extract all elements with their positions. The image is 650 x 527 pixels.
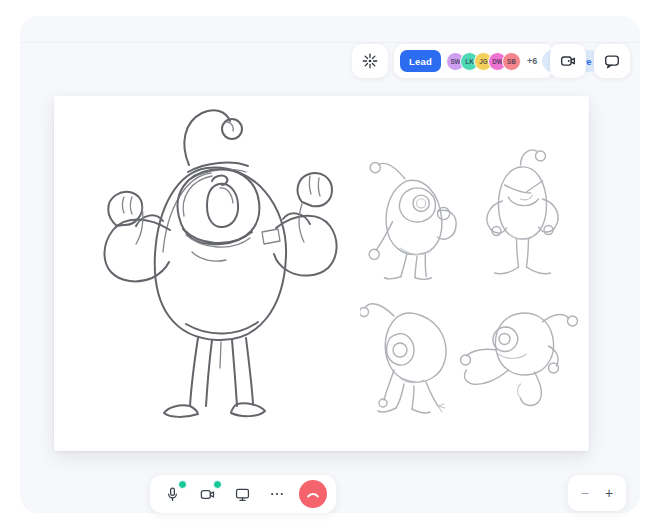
mic-active-dot bbox=[178, 480, 187, 489]
microphone-icon bbox=[164, 486, 181, 503]
camera-icon bbox=[199, 486, 216, 503]
more-options-button[interactable] bbox=[264, 481, 290, 507]
chat-panel-button[interactable] bbox=[594, 44, 630, 78]
monitor-icon bbox=[234, 486, 251, 503]
avatar[interactable]: SB bbox=[502, 52, 521, 71]
avatar-overflow-count[interactable]: +6 bbox=[527, 56, 537, 66]
screen-share-button[interactable] bbox=[229, 481, 255, 507]
sketch-main-character-flexing[interactable] bbox=[80, 102, 340, 432]
sketch-pose-running[interactable] bbox=[456, 294, 582, 414]
end-call-button[interactable] bbox=[299, 480, 327, 508]
video-camera-icon bbox=[559, 52, 577, 70]
top-divider bbox=[20, 42, 640, 43]
burst-icon bbox=[361, 52, 379, 70]
zoom-controls: − + bbox=[568, 475, 626, 511]
hang-up-icon bbox=[305, 486, 321, 502]
collaboration-panel: Lead SW LK JG DW SB +6 Share bbox=[394, 44, 554, 78]
more-options-icon bbox=[269, 486, 285, 502]
sketch-pose-bent-over[interactable] bbox=[360, 290, 468, 418]
zoom-in-button[interactable]: + bbox=[605, 486, 613, 500]
camera-button[interactable] bbox=[194, 481, 220, 507]
zoom-out-button[interactable]: − bbox=[581, 486, 589, 500]
sketch-pose-hands-on-hips[interactable] bbox=[470, 143, 576, 283]
lead-button[interactable]: Lead bbox=[400, 50, 441, 72]
whiteboard-canvas[interactable] bbox=[54, 96, 589, 451]
call-control-bar bbox=[150, 475, 336, 513]
avatar-stack: SW LK JG DW SB bbox=[446, 52, 521, 71]
app-window: Lead SW LK JG DW SB +6 Share bbox=[20, 16, 640, 513]
chat-bubble-icon bbox=[603, 52, 621, 70]
video-panel-button[interactable] bbox=[550, 44, 586, 78]
sketch-pose-one-arm-flex[interactable] bbox=[362, 148, 464, 281]
camera-active-dot bbox=[213, 480, 222, 489]
ai-assist-button[interactable] bbox=[352, 44, 388, 78]
microphone-button[interactable] bbox=[159, 481, 185, 507]
